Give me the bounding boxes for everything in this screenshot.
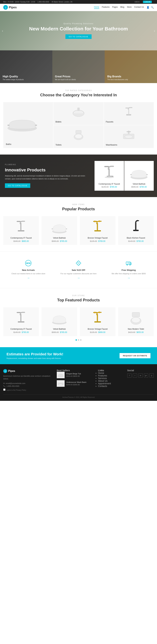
pinterest-icon[interactable]: p <box>150 373 154 378</box>
footer-link-home[interactable]: Home <box>98 372 104 374</box>
cta-banner: Estimates are Provided for Work! Replace… <box>0 347 157 364</box>
innovative-left: PLUMBING Innovative Products Adipiscing … <box>0 154 91 197</box>
feature-card-brands-title: Big Brands <box>107 75 154 78</box>
category-faucets[interactable]: Faucets <box>104 102 154 125</box>
featured-product-3-price: $423.00 $655.00 <box>121 331 151 334</box>
dot-1[interactable] <box>76 339 77 341</box>
bath-svg <box>6 114 38 133</box>
dot-3[interactable] <box>80 339 82 341</box>
svg-point-58 <box>59 384 62 385</box>
p2-from: $135.00 <box>90 240 97 242</box>
categories-title: Choose the Category You're Interested In <box>3 93 154 97</box>
main-nav: 💧 Pipes Home Features Pages Blog Store C… <box>0 4 157 11</box>
new-arrivals-link[interactable]: → <box>6 276 50 280</box>
hero-next-arrow[interactable]: › <box>154 29 155 33</box>
hours: Mon - Fri 8:00 - 18:00 / Sunday 8:00 - 1… <box>3 1 35 3</box>
feature-card-brands-overlay: Big Brands The best manufacturers only <box>105 50 157 83</box>
featured-products-grid: Contemporary 8" Faucet $145.00 $795.00 V… <box>3 307 154 336</box>
nav-store[interactable]: Store <box>127 6 132 9</box>
new-arrivals-svg: NEW <box>25 260 32 266</box>
featured-product-0[interactable]: Contemporary 8" Faucet $145.00 $795.00 <box>3 307 39 336</box>
footer-link-appointment[interactable]: Appointment <box>98 382 111 385</box>
googleplus-icon[interactable]: g+ <box>144 373 148 378</box>
svg-rect-4 <box>77 108 80 111</box>
footer-bath-svg <box>58 372 64 378</box>
linkedin-icon[interactable]: in <box>138 373 142 378</box>
footer-link-about[interactable]: About Us <box>98 380 108 382</box>
logo-icon: 💧 <box>3 5 8 10</box>
shipping-link[interactable]: → <box>107 276 150 280</box>
featured-product-3[interactable]: New Modern Toilet $423.00 $655.00 <box>118 307 154 336</box>
svg-point-18 <box>105 176 114 178</box>
search-icon[interactable]: 🔍 <box>151 6 154 9</box>
featured-product-2[interactable]: Bronze Vintage Faucet $135.00 $999.00 <box>80 307 116 336</box>
footer-phone: 📞 1-800-456-6565 <box>3 385 52 387</box>
nav-features[interactable]: Features <box>102 6 110 9</box>
footer-link-contacts[interactable]: Contacts <box>98 385 107 388</box>
bidets-label: Bidets <box>56 120 102 123</box>
popular-label: NEW ITEMS <box>3 204 154 206</box>
svg-rect-14 <box>126 131 131 132</box>
feat-faucet-svg <box>12 311 30 326</box>
nav-pages[interactable]: Pages <box>112 6 118 9</box>
dot-2[interactable] <box>78 339 79 341</box>
nav-home[interactable]: Home <box>94 6 99 9</box>
svg-rect-20 <box>130 174 132 175</box>
f1-from: $585.00 <box>52 331 59 334</box>
privacy-checkbox[interactable] <box>3 388 6 391</box>
phone: 1-800-456-6565 <box>38 1 49 3</box>
f3-from: $423.00 <box>128 331 135 334</box>
svg-rect-26 <box>52 228 53 229</box>
popular-title: Popular Products <box>3 207 154 211</box>
svg-rect-27 <box>66 228 67 229</box>
svg-point-31 <box>98 220 100 222</box>
washbasin-svg <box>121 129 136 140</box>
category-baths[interactable]: Baths <box>3 102 53 148</box>
innovative-product-0-name: Contemporary 8" Faucet <box>97 183 121 185</box>
sale-link[interactable]: → <box>57 276 100 280</box>
feat-bath-svg <box>50 311 68 326</box>
login-button[interactable]: LOG IN <box>143 1 152 3</box>
hero-content: Quality Plumbing Solutions New Modern Co… <box>29 22 128 39</box>
nav-blog[interactable]: Blog <box>120 6 124 9</box>
p1-to: $785.00 <box>60 240 67 242</box>
innovative-section: PLUMBING Innovative Products Adipiscing … <box>0 154 157 197</box>
links-title: Links <box>98 369 122 372</box>
popular-product-3-price: $149.00 $785.00 <box>121 240 151 242</box>
featured-product-1-price: $585.00 $785.00 <box>44 331 74 334</box>
innovative-product-1[interactable]: Velvet Bathtub $585.00 $785.00 <box>124 161 154 191</box>
user-icon[interactable]: 👤 <box>146 6 149 9</box>
hero-prev-arrow[interactable]: ‹ <box>2 29 3 33</box>
facebook-icon[interactable]: f <box>127 373 132 378</box>
category-toilets[interactable]: Toilets <box>54 125 103 148</box>
featured-product-2-img <box>82 310 113 326</box>
shipping-desc: We offer free shipping on orders over $5… <box>107 272 150 275</box>
footer-link-features[interactable]: Features <box>98 374 107 377</box>
innovative-cta-button[interactable]: GO TO CATALOGUE <box>5 183 30 188</box>
svg-point-52 <box>98 312 100 313</box>
category-washbasins[interactable]: Washbasins <box>104 125 154 148</box>
featured-product-1[interactable]: Velvet Bathtub $585.00 $785.00 <box>42 307 77 336</box>
best-sellers-title: Best Sellers <box>57 369 93 372</box>
category-bidets[interactable]: Bidets <box>54 102 103 125</box>
hero-cta-button[interactable]: GO TO CATALOGUE <box>66 34 92 39</box>
popular-product-1[interactable]: Velvet Bathtub $585.00 $785.00 <box>42 216 77 245</box>
popular-product-2[interactable]: Bronze Vintage Faucet $135.00 $789.00 <box>80 216 116 245</box>
twitter-icon[interactable]: t <box>133 373 137 378</box>
innovative-product-1-name: Velvet Bathtub <box>127 183 151 185</box>
footer-link-services[interactable]: Services <box>98 377 107 380</box>
footer-product-1-name: Undersoccer Wash Basin <box>66 381 86 383</box>
cta-banner-button[interactable]: REQUEST AN ESTIMATE <box>120 353 150 358</box>
popular-product-0[interactable]: Contemporary 8" Faucet $345.00 $985.00 <box>3 216 39 245</box>
features-row: NEW New Arrivals Check out newest items … <box>0 252 157 288</box>
nav-links: Home Features Pages Blog Store Contact U… <box>94 6 144 9</box>
innovative-label: PLUMBING <box>5 164 86 166</box>
innovative-product-0[interactable]: Contemporary 8" Faucet $145.00 $785.00 <box>94 161 124 191</box>
f3-to: $655.00 <box>136 331 144 334</box>
svg-rect-24 <box>17 221 20 222</box>
nav-contact[interactable]: Contact Us <box>134 6 144 9</box>
feature-card-prices: Great Prices We are loyal to all our cli… <box>52 50 105 83</box>
popular-product-3[interactable]: Black Kitchen Faucet $149.00 $785.00 <box>118 216 154 245</box>
svg-rect-2 <box>35 124 37 126</box>
vintage-faucet-svg <box>89 220 107 234</box>
